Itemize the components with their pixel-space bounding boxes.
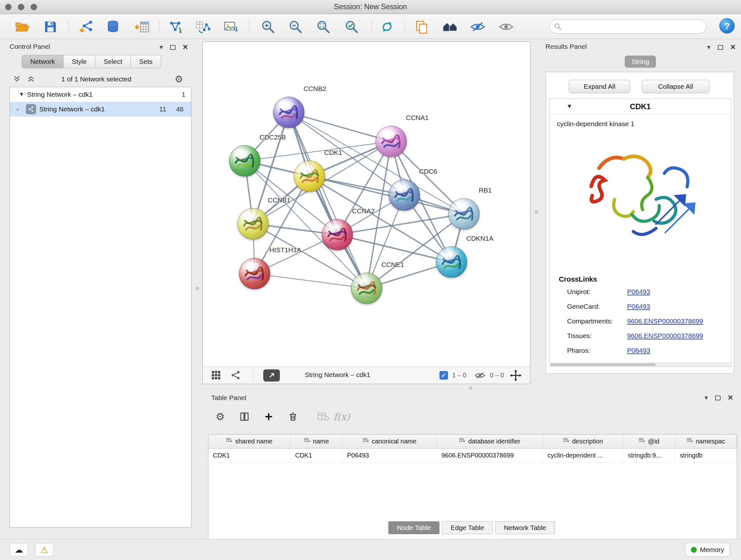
string-share-icon[interactable]: [231, 370, 241, 381]
control-panel-collapse-icon[interactable]: ▾: [159, 43, 163, 51]
cybrowser-button[interactable]: [413, 18, 430, 36]
tree-expand-icon[interactable]: ▼: [19, 91, 27, 98]
zoom-fit-button[interactable]: [315, 18, 332, 36]
node-cdc6[interactable]: [389, 179, 420, 211]
column-header--id[interactable]: @id: [623, 435, 675, 448]
table-panel-float-icon[interactable]: [715, 395, 721, 400]
cell-name[interactable]: CDK1: [291, 449, 343, 462]
table-panel-close-icon[interactable]: ✕: [728, 394, 733, 402]
cell-canonical-name[interactable]: P06493: [343, 449, 437, 462]
network-row[interactable]: ● String Network – cdk1 11 48: [10, 102, 191, 117]
column-sort-icon[interactable]: [304, 438, 311, 445]
column-sort-icon[interactable]: [639, 438, 645, 445]
zoom-in-button[interactable]: [259, 18, 277, 36]
expand-all-button[interactable]: Expand All: [569, 80, 630, 93]
collapse-all-button[interactable]: Collapse All: [642, 80, 710, 93]
column-header-description[interactable]: description: [543, 435, 623, 448]
node-ccna2[interactable]: [322, 219, 353, 250]
cloud-status-button[interactable]: ☁: [10, 543, 28, 557]
crosslink-pharos-link[interactable]: P06493: [627, 347, 650, 354]
crosslink-compartments-link[interactable]: 9606.ENSP00000378699: [627, 317, 703, 325]
tab-string[interactable]: String: [624, 56, 656, 68]
clone-network-button[interactable]: [195, 18, 212, 36]
tab-node-table[interactable]: Node Table: [388, 521, 440, 534]
node-cdc25b[interactable]: [229, 145, 260, 177]
zoom-selected-button[interactable]: [343, 18, 360, 36]
node-ccnb1[interactable]: [238, 208, 269, 240]
warnings-button[interactable]: ⚠: [35, 543, 54, 557]
hide-graphics-details-button[interactable]: [469, 18, 486, 36]
node-hist1h1a[interactable]: [239, 258, 270, 289]
node-ccne1[interactable]: [351, 273, 382, 304]
right-splitter-handle[interactable]: [535, 211, 538, 214]
tab-network-table[interactable]: Network Table: [495, 521, 555, 534]
birds-eye-grid-icon[interactable]: [211, 370, 221, 381]
column-header-namespac[interactable]: namespac: [675, 435, 737, 448]
crosslink-genecard-link[interactable]: P06493: [627, 303, 650, 310]
window-minimize-button[interactable]: [18, 4, 24, 10]
cell-shared-name[interactable]: CDK1: [208, 449, 291, 462]
cell--id[interactable]: stringdb:9...: [623, 449, 675, 462]
show-graphics-details-button[interactable]: [497, 18, 515, 36]
import-network-from-database-button[interactable]: [105, 18, 122, 36]
left-splitter-handle[interactable]: [196, 287, 199, 290]
delete-column-trash-icon[interactable]: [286, 409, 300, 424]
tab-select[interactable]: Select: [95, 55, 131, 68]
cell-namespac[interactable]: stringdb: [675, 449, 737, 462]
column-sort-icon[interactable]: [687, 438, 693, 445]
node-cdkn1a[interactable]: [436, 246, 467, 278]
add-column-icon[interactable]: [261, 409, 276, 424]
table-row[interactable]: CDK1CDK1P064939606.ENSP00000378699cyclin…: [208, 449, 737, 462]
cell-database-identifier[interactable]: 9606.ENSP00000378699: [437, 449, 543, 462]
column-sort-icon[interactable]: [226, 438, 232, 445]
table-panel-collapse-icon[interactable]: ▾: [704, 394, 708, 402]
window-close-button[interactable]: [5, 4, 11, 10]
node-rb1[interactable]: [448, 198, 480, 230]
network-canvas[interactable]: CCNB2CCNA1CDC25BCDK1CDC6RB1CCNB1CCNA2CDK…: [203, 42, 530, 367]
results-panel-float-icon[interactable]: [718, 45, 723, 50]
control-panel-float-icon[interactable]: [170, 45, 176, 50]
node-ccna1[interactable]: [376, 126, 407, 157]
column-sort-icon[interactable]: [363, 438, 369, 445]
show-columns-icon[interactable]: [237, 409, 252, 424]
tab-style[interactable]: Style: [64, 55, 95, 68]
column-sort-icon[interactable]: [459, 438, 466, 445]
tab-sets[interactable]: Sets: [131, 55, 161, 68]
open-in-new-window-button[interactable]: [263, 369, 280, 381]
results-panel-close-icon[interactable]: ✕: [730, 43, 736, 51]
crosslink-tissues-link[interactable]: 9606.ENSP00000378699: [627, 332, 703, 340]
node-cdk1[interactable]: [294, 161, 325, 192]
column-header-shared-name[interactable]: shared name: [208, 435, 291, 448]
memory-button[interactable]: Memory: [685, 543, 730, 557]
import-network-from-file-button[interactable]: [78, 18, 95, 36]
column-header-database-identifier[interactable]: database identifier: [437, 435, 543, 448]
results-panel-collapse-icon[interactable]: ▾: [707, 43, 711, 51]
export-image-button[interactable]: [222, 18, 240, 36]
crosslink-uniprot-link[interactable]: P06493: [627, 288, 650, 296]
new-network-from-selection-button[interactable]: [166, 18, 184, 36]
edge-hist1h1a-ccne1[interactable]: [255, 273, 367, 288]
column-header-canonical-name[interactable]: canonical name: [342, 435, 437, 448]
protein-section-header[interactable]: ▼ CDK1: [550, 99, 731, 114]
help-button[interactable]: ?: [719, 18, 735, 34]
edge-ccnb2-ccne1[interactable]: [289, 112, 367, 288]
column-sort-icon[interactable]: [563, 438, 569, 445]
tab-network[interactable]: Network: [22, 55, 64, 68]
network-collection-row[interactable]: ▼ String Network – cdk1 1: [10, 87, 191, 102]
ndex-home-button[interactable]: [442, 18, 459, 36]
apply-layout-button[interactable]: [379, 18, 396, 36]
tab-edge-table[interactable]: Edge Table: [442, 521, 493, 534]
results-horizontal-scrollbar[interactable]: [550, 362, 731, 367]
window-zoom-button[interactable]: [30, 4, 37, 10]
bottom-splitter-handle[interactable]: [469, 386, 472, 389]
selected-checkbox-icon[interactable]: ✓: [440, 371, 448, 380]
network-options-gear-icon[interactable]: ⚙: [175, 73, 183, 84]
table-settings-gear-icon[interactable]: ⚙: [213, 409, 227, 424]
save-session-button[interactable]: [42, 18, 59, 36]
import-table-from-file-button[interactable]: [134, 18, 151, 36]
zoom-out-button[interactable]: [287, 18, 304, 36]
open-session-button[interactable]: [14, 18, 31, 36]
control-panel-close-icon[interactable]: ✕: [183, 43, 188, 51]
cell-description[interactable]: cyclin-dependent ...: [543, 449, 623, 462]
column-header-name[interactable]: name: [291, 435, 343, 448]
